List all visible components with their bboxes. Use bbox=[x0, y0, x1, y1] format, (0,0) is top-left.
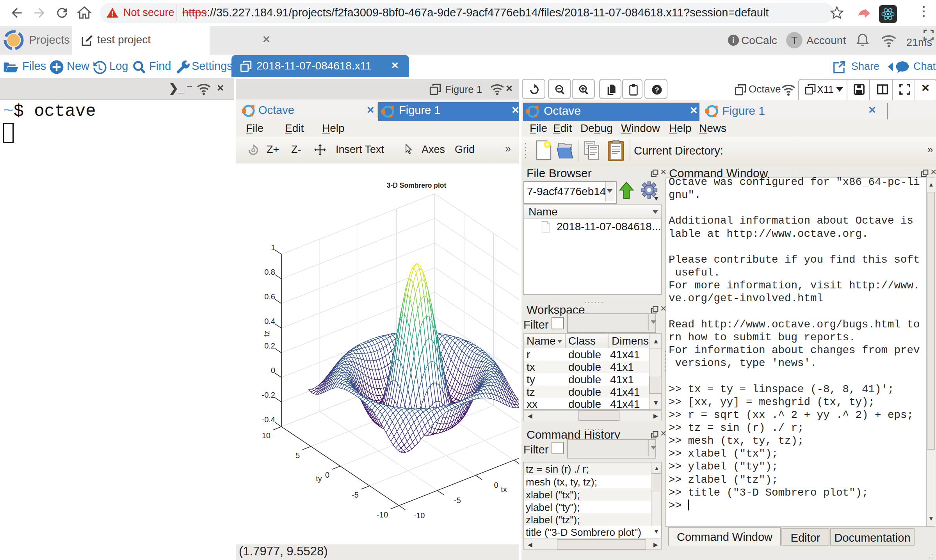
svg-text:0: 0 bbox=[325, 471, 329, 479]
svg-text:-10: -10 bbox=[414, 511, 425, 520]
svg-text:tz: tz bbox=[262, 331, 271, 337]
svg-text:-0.2: -0.2 bbox=[262, 391, 275, 399]
svg-text:5: 5 bbox=[295, 451, 300, 460]
svg-text:-5: -5 bbox=[352, 491, 359, 499]
svg-text:10: 10 bbox=[262, 431, 270, 440]
svg-text:0: 0 bbox=[494, 481, 498, 489]
svg-text:-5: -5 bbox=[454, 496, 461, 505]
svg-text:0.4: 0.4 bbox=[264, 317, 275, 325]
svg-text:0.6: 0.6 bbox=[264, 292, 275, 301]
svg-text:?: ? bbox=[655, 86, 659, 94]
svg-text:tx: tx bbox=[501, 485, 507, 494]
svg-text:0.2: 0.2 bbox=[264, 341, 275, 350]
svg-text:1: 1 bbox=[271, 243, 275, 252]
svg-text:0: 0 bbox=[271, 366, 275, 375]
svg-text:0.8: 0.8 bbox=[264, 268, 275, 276]
svg-text:ty: ty bbox=[316, 474, 322, 483]
svg-text:-10: -10 bbox=[377, 510, 388, 519]
svg-text:-0.4: -0.4 bbox=[262, 415, 275, 424]
svg-text:3-D Sombrero plot: 3-D Sombrero plot bbox=[387, 181, 447, 189]
